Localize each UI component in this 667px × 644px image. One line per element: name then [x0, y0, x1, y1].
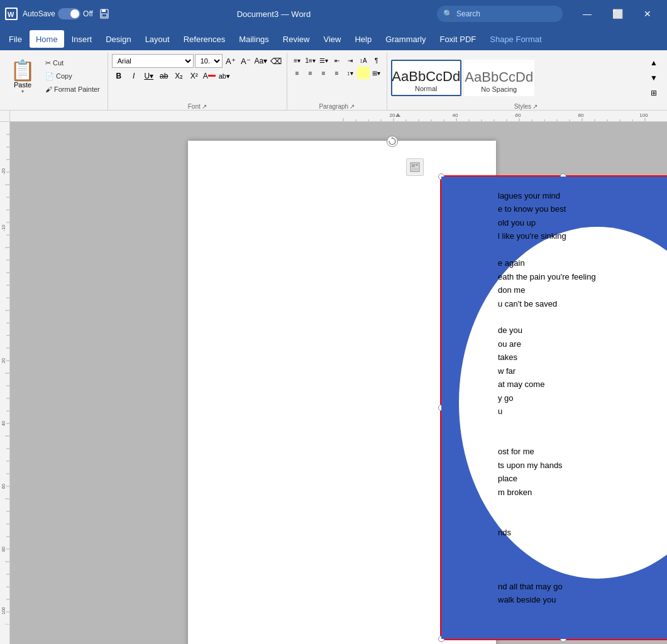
cut-button[interactable]: ✂ Cut	[43, 57, 102, 69]
font-size-select[interactable]: 10.5	[195, 54, 223, 68]
close-button[interactable]: ✕	[633, 4, 662, 24]
styles-expand-button[interactable]: ⊞	[647, 86, 661, 100]
numbering-button[interactable]: 1≡▾	[304, 54, 317, 67]
menu-view[interactable]: View	[317, 30, 347, 48]
save-button[interactable]	[98, 8, 111, 20]
underline-button[interactable]: U▾	[142, 69, 156, 83]
ruler-row: 20 40 60 80	[0, 111, 667, 122]
menu-shape-format[interactable]: Shape Format	[483, 30, 548, 48]
strikethrough-button[interactable]: ab	[157, 69, 171, 83]
superscript-button[interactable]: X²	[187, 69, 201, 83]
format-painter-button[interactable]: 🖌 Format Painter	[43, 83, 102, 96]
copy-button[interactable]: 📄 Copy	[43, 70, 102, 82]
decrease-indent-button[interactable]: ⇤	[331, 54, 343, 67]
maximize-button[interactable]: ⬜	[603, 4, 632, 24]
search-icon: 🔍	[443, 9, 453, 18]
change-case-button[interactable]: Aa▾	[254, 54, 268, 68]
clear-format-button[interactable]: ⌫	[269, 54, 283, 68]
menu-help[interactable]: Help	[348, 30, 378, 48]
search-box[interactable]: 🔍 Search	[437, 6, 563, 22]
align-right-button[interactable]: ≡	[317, 67, 330, 79]
menu-layout[interactable]: Layout	[139, 30, 176, 48]
rotate-handle[interactable]	[387, 136, 398, 147]
menu-file[interactable]: File	[3, 30, 28, 48]
autosave-state: Off	[83, 9, 93, 18]
shading-button[interactable]	[357, 67, 370, 79]
styles-up-button[interactable]: ▲	[647, 56, 661, 70]
svg-text:W: W	[8, 11, 14, 18]
shape-container[interactable]: lagues your mind e to know you best old …	[440, 175, 667, 640]
font-color-button[interactable]: A	[202, 69, 216, 83]
svg-rect-88	[416, 164, 418, 166]
ruler-vertical: -20 -10 20	[0, 122, 10, 644]
menu-design[interactable]: Design	[99, 30, 137, 48]
svg-text:80: 80	[578, 112, 584, 118]
window-controls: — ⬜ ✕	[573, 4, 662, 24]
menu-bar: File Home Insert Design Layout Reference…	[0, 28, 667, 50]
styles-expand-icon[interactable]: ↗	[532, 103, 537, 110]
title-bar: W AutoSave Off Document3 — Word 🔍 Search…	[0, 0, 667, 28]
font-family-select[interactable]: Arial	[112, 54, 194, 68]
menu-references[interactable]: References	[177, 30, 231, 48]
line-22: walk beside you	[498, 593, 667, 606]
para-row-1: ≡▾ 1≡▾ ☰▾ ⇤ ⇥ ↕A ¶	[291, 54, 383, 67]
clipboard-group: 📋 Paste ▾ ✂ Cut 📄 Copy 🖌 Format Painter …	[3, 53, 108, 110]
italic-button[interactable]: I	[127, 69, 141, 83]
justify-button[interactable]: ≡	[331, 67, 343, 79]
shrink-font-button[interactable]: A⁻	[239, 54, 253, 68]
multilevel-list-button[interactable]: ☰▾	[317, 54, 330, 67]
line-spacing-button[interactable]: ↕▾	[344, 67, 356, 79]
paragraph-group: ≡▾ 1≡▾ ☰▾ ⇤ ⇥ ↕A ¶ ≡ ≡ ≡ ≡ ↕▾ ⊞▾ Paragra…	[287, 53, 387, 110]
subscript-button[interactable]: X₂	[172, 69, 186, 83]
normal-label: Normal	[415, 85, 437, 92]
cut-icon: ✂	[45, 59, 51, 67]
image-layout-button[interactable]	[406, 158, 424, 176]
svg-rect-3	[102, 9, 106, 12]
font-row-2: B I U▾ ab X₂ X² A ab▾	[112, 69, 231, 83]
autosave-label: AutoSave	[23, 9, 55, 18]
app-icon: W	[5, 8, 18, 20]
line-21: nd all that may go	[498, 580, 667, 593]
normal-preview: AaBbCcDd	[392, 70, 460, 84]
document-title: Document3 — Word	[116, 9, 432, 19]
svg-rect-4	[102, 14, 107, 17]
menu-grammarly[interactable]: Grammarly	[379, 30, 432, 48]
menu-mailings[interactable]: Mailings	[233, 30, 275, 48]
svg-text:60: 60	[1, 484, 6, 489]
align-left-button[interactable]: ≡	[291, 67, 304, 79]
paste-button[interactable]: 📋 Paste ▾	[6, 55, 39, 99]
format-painter-label: Format Painter	[54, 85, 100, 93]
svg-text:20: 20	[1, 358, 6, 363]
borders-button[interactable]: ⊞▾	[370, 67, 383, 79]
font-group: Arial 10.5 A⁺ A⁻ Aa▾ ⌫ B I U▾ ab X₂ X² A…	[108, 53, 287, 110]
align-center-button[interactable]: ≡	[304, 67, 317, 79]
white-arc	[459, 227, 667, 579]
menu-foxit[interactable]: Foxit PDF	[433, 30, 482, 48]
paragraph-expand-icon[interactable]: ↗	[350, 103, 355, 110]
grow-font-button[interactable]: A⁺	[224, 54, 238, 68]
search-placeholder: Search	[456, 9, 480, 18]
styles-group-label: Styles	[514, 103, 531, 110]
autosave-toggle[interactable]	[58, 8, 80, 19]
highlight-button[interactable]: ab▾	[218, 69, 231, 83]
line-2: e to know you best	[498, 202, 667, 216]
increase-indent-button[interactable]: ⇥	[344, 54, 356, 67]
menu-home[interactable]: Home	[30, 30, 64, 48]
svg-text:-10: -10	[1, 225, 6, 231]
bullets-button[interactable]: ≡▾	[291, 54, 304, 67]
font-group-label: Font	[188, 103, 201, 110]
font-expand-icon[interactable]: ↗	[202, 103, 207, 110]
sort-button[interactable]: ↕A	[357, 54, 370, 67]
ribbon: 📋 Paste ▾ ✂ Cut 📄 Copy 🖌 Format Painter …	[0, 50, 667, 111]
style-no-spacing[interactable]: AaBbCcDd No Spacing	[464, 60, 534, 96]
svg-text:100: 100	[1, 607, 6, 614]
styles-down-button[interactable]: ▼	[647, 71, 661, 85]
style-normal[interactable]: AaBbCcDd Normal	[391, 60, 461, 96]
svg-text:100: 100	[639, 112, 648, 118]
bold-button[interactable]: B	[112, 69, 126, 83]
show-marks-button[interactable]: ¶	[370, 54, 383, 67]
menu-review[interactable]: Review	[277, 30, 316, 48]
menu-insert[interactable]: Insert	[65, 30, 99, 48]
ruler-corner	[0, 111, 10, 122]
minimize-button[interactable]: —	[573, 4, 602, 24]
